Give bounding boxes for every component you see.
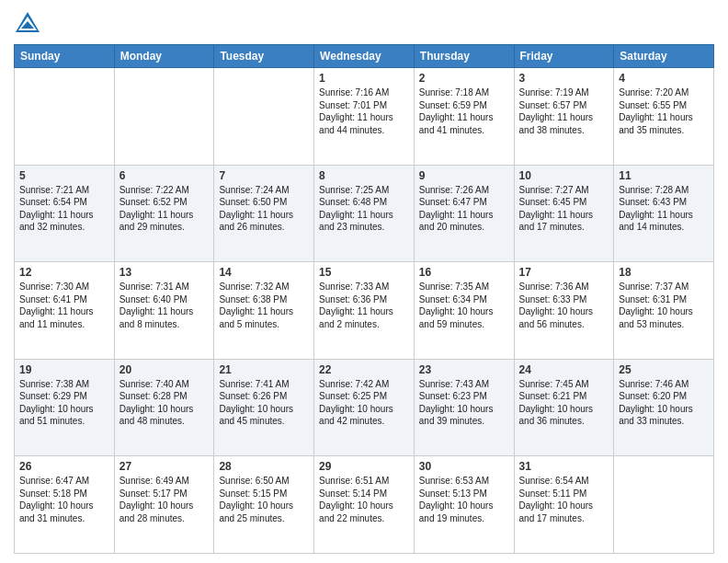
calendar-cell: 31Sunrise: 6:54 AM Sunset: 5:11 PM Dayli… [514, 456, 614, 554]
day-number: 30 [419, 460, 509, 473]
calendar-cell: 5Sunrise: 7:21 AM Sunset: 6:54 PM Daylig… [15, 165, 115, 262]
day-number: 4 [619, 72, 709, 85]
day-number: 11 [619, 169, 709, 182]
day-number: 2 [419, 72, 509, 85]
cell-info: Sunrise: 7:43 AM Sunset: 6:23 PM Dayligh… [419, 378, 509, 428]
cell-info: Sunrise: 7:25 AM Sunset: 6:48 PM Dayligh… [319, 184, 409, 234]
calendar-cell: 27Sunrise: 6:49 AM Sunset: 5:17 PM Dayli… [114, 456, 214, 554]
day-number: 1 [319, 72, 409, 85]
cell-info: Sunrise: 7:21 AM Sunset: 6:54 PM Dayligh… [19, 184, 109, 234]
calendar-cell: 29Sunrise: 6:51 AM Sunset: 5:14 PM Dayli… [314, 456, 415, 554]
day-number: 12 [19, 266, 109, 279]
cell-info: Sunrise: 6:49 AM Sunset: 5:17 PM Dayligh… [119, 475, 210, 524]
calendar-cell: 17Sunrise: 7:36 AM Sunset: 6:33 PM Dayli… [514, 262, 614, 360]
calendar-cell: 20Sunrise: 7:40 AM Sunset: 6:28 PM Dayli… [114, 359, 214, 456]
calendar-cell: 7Sunrise: 7:24 AM Sunset: 6:50 PM Daylig… [214, 165, 314, 262]
weekday-header-saturday: Saturday [614, 45, 714, 68]
cell-info: Sunrise: 7:45 AM Sunset: 6:21 PM Dayligh… [519, 378, 609, 428]
week-row-2: 5Sunrise: 7:21 AM Sunset: 6:54 PM Daylig… [15, 165, 714, 262]
cell-info: Sunrise: 7:40 AM Sunset: 6:28 PM Dayligh… [119, 378, 210, 428]
day-number: 17 [519, 266, 609, 279]
weekday-header-monday: Monday [114, 45, 214, 68]
day-number: 8 [319, 169, 409, 182]
calendar-cell: 21Sunrise: 7:41 AM Sunset: 6:26 PM Dayli… [214, 359, 314, 456]
day-number: 13 [119, 266, 210, 279]
day-number: 25 [619, 363, 709, 376]
calendar-cell: 26Sunrise: 6:47 AM Sunset: 5:18 PM Dayli… [15, 456, 115, 554]
cell-info: Sunrise: 6:47 AM Sunset: 5:18 PM Dayligh… [19, 475, 109, 524]
cell-info: Sunrise: 7:32 AM Sunset: 6:38 PM Dayligh… [219, 281, 309, 330]
calendar-cell: 6Sunrise: 7:22 AM Sunset: 6:52 PM Daylig… [114, 165, 214, 262]
day-number: 21 [219, 363, 309, 376]
cell-info: Sunrise: 7:42 AM Sunset: 6:25 PM Dayligh… [319, 378, 409, 428]
calendar-cell: 18Sunrise: 7:37 AM Sunset: 6:31 PM Dayli… [614, 262, 714, 360]
calendar-cell: 2Sunrise: 7:18 AM Sunset: 6:59 PM Daylig… [414, 68, 514, 166]
cell-info: Sunrise: 6:54 AM Sunset: 5:11 PM Dayligh… [519, 475, 609, 524]
calendar-cell: 11Sunrise: 7:28 AM Sunset: 6:43 PM Dayli… [614, 165, 714, 262]
day-number: 31 [519, 460, 609, 473]
day-number: 23 [419, 363, 509, 376]
cell-info: Sunrise: 7:20 AM Sunset: 6:55 PM Dayligh… [619, 86, 709, 136]
weekday-header-row: SundayMondayTuesdayWednesdayThursdayFrid… [15, 45, 714, 68]
cell-info: Sunrise: 7:24 AM Sunset: 6:50 PM Dayligh… [219, 184, 309, 234]
cell-info: Sunrise: 7:31 AM Sunset: 6:40 PM Dayligh… [119, 281, 210, 330]
day-number: 28 [219, 460, 309, 473]
calendar-cell: 23Sunrise: 7:43 AM Sunset: 6:23 PM Dayli… [414, 359, 514, 456]
cell-info: Sunrise: 7:18 AM Sunset: 6:59 PM Dayligh… [419, 86, 509, 136]
day-number: 15 [319, 266, 409, 279]
day-number: 19 [19, 363, 109, 376]
calendar-cell: 10Sunrise: 7:27 AM Sunset: 6:45 PM Dayli… [514, 165, 614, 262]
calendar-cell: 8Sunrise: 7:25 AM Sunset: 6:48 PM Daylig… [314, 165, 415, 262]
cell-info: Sunrise: 7:35 AM Sunset: 6:34 PM Dayligh… [419, 281, 509, 330]
cell-info: Sunrise: 7:37 AM Sunset: 6:31 PM Dayligh… [619, 281, 709, 330]
calendar-cell [114, 68, 214, 166]
calendar-cell: 9Sunrise: 7:26 AM Sunset: 6:47 PM Daylig… [414, 165, 514, 262]
weekday-header-friday: Friday [514, 45, 614, 68]
cell-info: Sunrise: 6:50 AM Sunset: 5:15 PM Dayligh… [219, 475, 309, 524]
week-row-5: 26Sunrise: 6:47 AM Sunset: 5:18 PM Dayli… [15, 456, 714, 554]
cell-info: Sunrise: 7:22 AM Sunset: 6:52 PM Dayligh… [119, 184, 210, 234]
week-row-1: 1Sunrise: 7:16 AM Sunset: 7:01 PM Daylig… [15, 68, 714, 166]
cell-info: Sunrise: 7:16 AM Sunset: 7:01 PM Dayligh… [319, 86, 409, 136]
weekday-header-sunday: Sunday [15, 45, 115, 68]
week-row-4: 19Sunrise: 7:38 AM Sunset: 6:29 PM Dayli… [15, 359, 714, 456]
calendar-cell: 3Sunrise: 7:19 AM Sunset: 6:57 PM Daylig… [514, 68, 614, 166]
cell-info: Sunrise: 7:27 AM Sunset: 6:45 PM Dayligh… [519, 184, 609, 234]
calendar-cell: 14Sunrise: 7:32 AM Sunset: 6:38 PM Dayli… [214, 262, 314, 360]
cell-info: Sunrise: 7:19 AM Sunset: 6:57 PM Dayligh… [519, 86, 609, 136]
cell-info: Sunrise: 7:36 AM Sunset: 6:33 PM Dayligh… [519, 281, 609, 330]
day-number: 27 [119, 460, 210, 473]
calendar-cell: 15Sunrise: 7:33 AM Sunset: 6:36 PM Dayli… [314, 262, 415, 360]
day-number: 3 [519, 72, 609, 85]
day-number: 29 [319, 460, 409, 473]
day-number: 22 [319, 363, 409, 376]
day-number: 5 [19, 169, 109, 182]
calendar-cell: 19Sunrise: 7:38 AM Sunset: 6:29 PM Dayli… [15, 359, 115, 456]
cell-info: Sunrise: 7:41 AM Sunset: 6:26 PM Dayligh… [219, 378, 309, 428]
page: SundayMondayTuesdayWednesdayThursdayFrid… [0, 0, 728, 563]
cell-info: Sunrise: 7:26 AM Sunset: 6:47 PM Dayligh… [419, 184, 509, 234]
cell-info: Sunrise: 7:28 AM Sunset: 6:43 PM Dayligh… [619, 184, 709, 234]
weekday-header-tuesday: Tuesday [214, 45, 314, 68]
day-number: 16 [419, 266, 509, 279]
day-number: 14 [219, 266, 309, 279]
day-number: 24 [519, 363, 609, 376]
calendar-cell: 24Sunrise: 7:45 AM Sunset: 6:21 PM Dayli… [514, 359, 614, 456]
calendar-cell [15, 68, 115, 166]
calendar-table: SundayMondayTuesdayWednesdayThursdayFrid… [14, 44, 714, 554]
cell-info: Sunrise: 7:38 AM Sunset: 6:29 PM Dayligh… [19, 378, 109, 428]
week-row-3: 12Sunrise: 7:30 AM Sunset: 6:41 PM Dayli… [15, 262, 714, 360]
day-number: 10 [519, 169, 609, 182]
calendar-cell: 1Sunrise: 7:16 AM Sunset: 7:01 PM Daylig… [314, 68, 415, 166]
calendar-cell: 13Sunrise: 7:31 AM Sunset: 6:40 PM Dayli… [114, 262, 214, 360]
header [14, 9, 714, 37]
day-number: 9 [419, 169, 509, 182]
calendar-cell: 25Sunrise: 7:46 AM Sunset: 6:20 PM Dayli… [614, 359, 714, 456]
calendar-cell [214, 68, 314, 166]
cell-info: Sunrise: 7:46 AM Sunset: 6:20 PM Dayligh… [619, 378, 709, 428]
day-number: 26 [19, 460, 109, 473]
calendar-cell: 4Sunrise: 7:20 AM Sunset: 6:55 PM Daylig… [614, 68, 714, 166]
calendar-cell: 28Sunrise: 6:50 AM Sunset: 5:15 PM Dayli… [214, 456, 314, 554]
day-number: 20 [119, 363, 210, 376]
logo [14, 9, 45, 37]
